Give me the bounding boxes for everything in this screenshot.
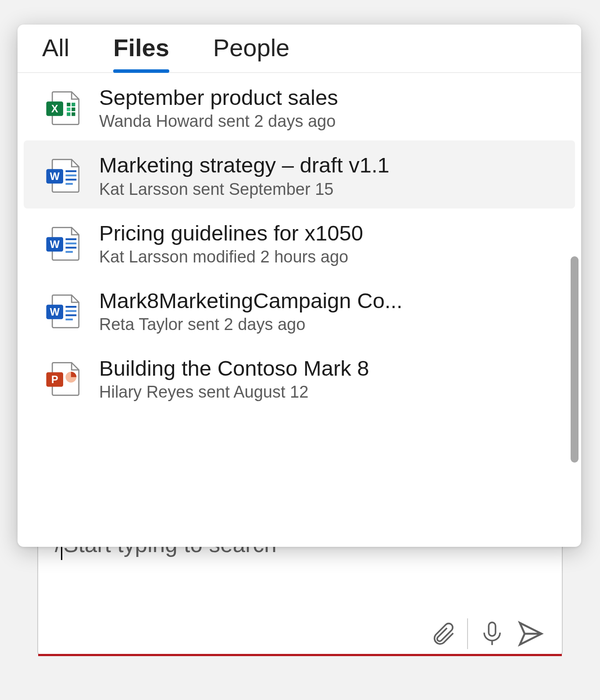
svg-rect-6 [71, 112, 75, 116]
tab-files[interactable]: Files [113, 33, 169, 72]
svg-text:X: X [51, 103, 58, 115]
file-result[interactable]: X September product salesWanda Howard se… [18, 73, 581, 140]
file-result[interactable]: W Pricing guidelines for x1050Kat Larsso… [18, 208, 581, 276]
svg-text:W: W [50, 306, 60, 318]
svg-rect-17 [66, 247, 77, 248]
svg-rect-18 [66, 251, 73, 253]
compose-toolbar [429, 618, 545, 649]
file-meta: Kat Larsson sent September 15 [99, 180, 389, 199]
file-meta: Wanda Howard sent 2 days ago [99, 112, 338, 131]
filter-tabs: AllFilesPeople [18, 25, 581, 73]
file-result[interactable]: W Mark8MarketingCampaign Co...Reta Taylo… [18, 276, 581, 344]
svg-rect-9 [66, 170, 77, 172]
file-result[interactable]: P Building the Contoso Mark 8Hilary Reye… [18, 344, 581, 411]
svg-rect-10 [66, 175, 77, 176]
svg-rect-15 [66, 238, 77, 240]
file-meta: Kat Larsson modified 2 hours ago [99, 248, 363, 266]
svg-rect-16 [66, 242, 77, 244]
svg-rect-3 [67, 108, 70, 111]
file-title: Pricing guidelines for x1050 [99, 220, 363, 247]
scrollbar-thumb[interactable] [571, 256, 579, 463]
svg-text:P: P [51, 374, 58, 385]
file-meta: Hilary Reyes sent August 12 [99, 383, 369, 402]
word-file-icon: W [44, 291, 82, 330]
mic-icon[interactable] [479, 620, 506, 647]
send-icon[interactable] [516, 619, 545, 648]
attach-icon[interactable] [429, 620, 457, 647]
svg-rect-21 [66, 306, 77, 308]
word-file-icon: W [44, 156, 82, 194]
svg-rect-11 [66, 179, 77, 181]
file-result[interactable]: W Marketing strategy – draft v1.1Kat Lar… [24, 140, 575, 208]
powerpoint-file-icon: P [44, 359, 82, 398]
svg-rect-2 [71, 103, 75, 106]
file-title: Building the Contoso Mark 8 [99, 355, 369, 382]
word-file-icon: W [44, 224, 82, 262]
svg-rect-12 [66, 183, 73, 185]
results-list: X September product salesWanda Howard se… [18, 73, 581, 537]
svg-rect-1 [67, 103, 70, 106]
svg-rect-5 [67, 112, 70, 116]
excel-file-icon: X [44, 88, 82, 127]
svg-text:W: W [50, 171, 60, 182]
toolbar-divider [467, 618, 468, 649]
search-suggestions-flyout: AllFilesPeople X September product sales… [18, 25, 581, 547]
compose-focus-underline [38, 654, 562, 656]
tab-all[interactable]: All [42, 33, 69, 72]
file-title: September product sales [99, 84, 338, 111]
svg-text:W: W [50, 239, 60, 250]
svg-rect-4 [71, 108, 75, 111]
svg-rect-22 [66, 310, 77, 312]
file-title: Mark8MarketingCampaign Co... [99, 287, 403, 314]
svg-rect-24 [66, 319, 73, 320]
svg-rect-23 [66, 314, 77, 316]
tab-people[interactable]: People [213, 33, 289, 72]
svg-rect-0 [489, 622, 496, 636]
file-title: Marketing strategy – draft v1.1 [99, 152, 389, 179]
file-meta: Reta Taylor sent 2 days ago [99, 315, 403, 334]
